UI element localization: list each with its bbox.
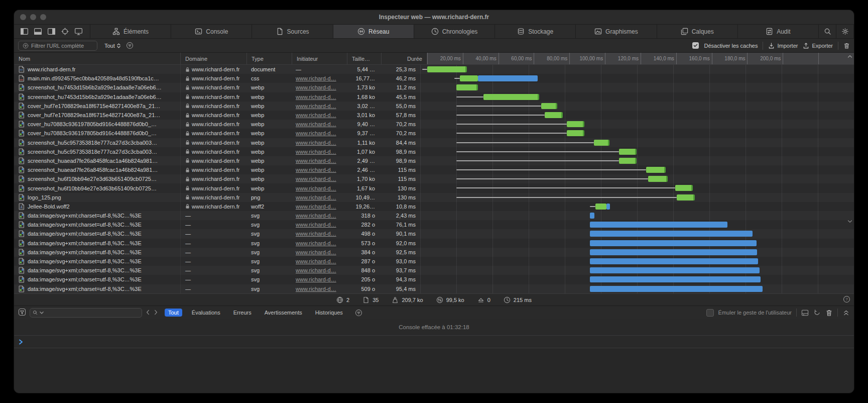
initiator-link[interactable]: www.richard-d…	[296, 258, 336, 264]
refresh-icon[interactable]	[813, 309, 821, 317]
initiator-link[interactable]: www.richard-d…	[296, 240, 336, 246]
clear-network-button[interactable]	[843, 42, 850, 49]
initiator-link[interactable]: www.richard-d…	[296, 140, 336, 146]
network-request-row[interactable]: Jellee-Bold.woff2www.richard-dern.frwoff…	[14, 202, 854, 211]
header-name[interactable]: Nom	[14, 53, 181, 64]
network-request-row[interactable]: data:image/svg+xml;charset=utf-8,%3C…%3E…	[14, 284, 854, 293]
network-request-row[interactable]: main.min.d9924575ec0bba420589a48d5190fbc…	[14, 74, 854, 83]
network-request-row[interactable]: data:image/svg+xml;charset=utf-8,%3C…%3E…	[14, 248, 854, 257]
close-button[interactable]	[20, 14, 26, 20]
initiator-link[interactable]: www.richard-d…	[296, 204, 336, 210]
zoom-button[interactable]	[40, 14, 46, 20]
element-picker-icon[interactable]	[61, 28, 69, 35]
url-filter-input[interactable]: Filtrer l'URL complète	[18, 41, 97, 51]
settings-button[interactable]	[836, 25, 854, 38]
header-initiator[interactable]: Initiateur	[292, 53, 347, 64]
network-request-row[interactable]: screenshot_hu6f10bb94e27e3d63b651409cb07…	[14, 183, 854, 192]
initiator-link[interactable]: www.richard-d…	[296, 158, 336, 164]
traffic-lights[interactable]	[20, 14, 46, 20]
console-scope-historiques[interactable]: Historiques	[312, 309, 346, 317]
import-button[interactable]: Importer	[768, 42, 798, 49]
initiator-link[interactable]: www.richard-d…	[296, 121, 336, 127]
console-search-input[interactable]	[30, 308, 142, 318]
tab-layers[interactable]: Calques	[657, 25, 738, 38]
initiator-link[interactable]: www.richard-d…	[296, 84, 336, 90]
network-request-row[interactable]: data:image/svg+xml;charset=utf-8,%3C…%3E…	[14, 220, 854, 229]
initiator-link[interactable]: www.richard-d…	[296, 112, 336, 118]
network-request-row[interactable]: data:image/svg+xml;charset=utf-8,%3C…%3E…	[14, 257, 854, 266]
scroll-up-arrow[interactable]	[847, 55, 852, 58]
network-request-row[interactable]: screenshot_hu5c957353818e777ca27d3c3cba0…	[14, 147, 854, 156]
previous-result-button[interactable]	[146, 310, 150, 316]
network-request-row[interactable]: data:image/svg+xml;charset=utf-8,%3C…%3E…	[14, 211, 854, 220]
clear-console-icon[interactable]	[825, 309, 833, 317]
tab-sources[interactable]: Sources	[252, 25, 333, 38]
dock-bottom-icon[interactable]	[34, 28, 42, 35]
network-request-row[interactable]: data:image/svg+xml;charset=utf-8,%3C…%3E…	[14, 229, 854, 238]
header-type[interactable]: Type	[247, 53, 292, 64]
initiator-link[interactable]: www.richard-d…	[296, 231, 336, 237]
dock-left-icon[interactable]	[20, 28, 29, 35]
header-duration[interactable]: Durée	[382, 53, 427, 64]
tab-storage[interactable]: Stockage	[495, 25, 576, 38]
initiator-link[interactable]: www.richard-d…	[296, 267, 336, 273]
initiator-link[interactable]: www.richard-d…	[296, 286, 336, 292]
network-request-row[interactable]: data:image/svg+xml;charset=utf-8,%3C…%3E…	[14, 239, 854, 248]
network-request-row[interactable]: cover_huf7e1708829ea18f6715e48271400e87a…	[14, 102, 854, 111]
console-scope-évaluations[interactable]: Évaluations	[188, 309, 224, 317]
tab-console[interactable]: Console	[171, 25, 252, 38]
dock-right-icon[interactable]	[47, 28, 56, 35]
initiator-link[interactable]: www.richard-d…	[296, 276, 336, 282]
tab-elements[interactable]: Éléments	[90, 25, 171, 38]
console-options-button[interactable]	[355, 309, 362, 317]
tab-timelines[interactable]: Chronologies	[414, 25, 495, 38]
minimize-button[interactable]	[30, 14, 36, 20]
filter-options-button[interactable]	[126, 42, 134, 49]
resource-type-select[interactable]: Tout	[104, 43, 121, 49]
initiator-link[interactable]: www.richard-d…	[296, 94, 336, 100]
network-request-row[interactable]: cover_huf7e1708829ea18f6715e48271400e87a…	[14, 111, 854, 120]
console-scope-avertissements[interactable]: Avertissements	[261, 309, 306, 317]
console-filter-button[interactable]	[18, 308, 26, 317]
network-request-row[interactable]: screenshot_hu5c957353818e777ca27d3c3cba0…	[14, 138, 854, 147]
initiator-link[interactable]: www.richard-d…	[296, 194, 336, 200]
network-request-row[interactable]: screenshot_hu7453d15b6b2a929e1adaa8e7a06…	[14, 83, 854, 92]
network-request-row[interactable]: data:image/svg+xml;charset=utf-8,%3C…%3E…	[14, 266, 854, 275]
network-request-row[interactable]: logo_125.pngwww.richard-dern.frpngwww.ri…	[14, 193, 854, 202]
initiator-link[interactable]: www.richard-d…	[296, 222, 336, 228]
network-request-row[interactable]: cover_hu70883c936197805bd916c4488876d0b0…	[14, 129, 854, 138]
console-scope-erreurs[interactable]: Erreurs	[230, 309, 255, 317]
console-scope-tout[interactable]: Tout	[165, 309, 182, 317]
initiator-link[interactable]: www.richard-d…	[296, 75, 336, 81]
next-result-button[interactable]	[154, 310, 158, 316]
network-request-row[interactable]: screenshot_hu6f10bb94e27e3d63b651409cb07…	[14, 174, 854, 183]
network-request-row[interactable]: data:image/svg+xml;charset=utf-8,%3C…%3E…	[14, 275, 854, 284]
tab-audit[interactable]: Audit	[738, 25, 819, 38]
emulate-user-gesture-checkbox[interactable]	[706, 309, 714, 317]
export-button[interactable]: Exporter	[803, 42, 833, 49]
network-request-row[interactable]: www.richard-dern.frwww.richard-dern.frdo…	[14, 65, 854, 74]
network-request-row[interactable]: screenshot_huaead7fe26a8458fcac1a46b824a…	[14, 165, 854, 174]
initiator-link[interactable]: www.richard-d…	[296, 213, 336, 219]
initiator-link[interactable]: www.richard-d…	[296, 149, 336, 155]
header-domain[interactable]: Domaine	[181, 53, 247, 64]
collapse-console-icon[interactable]	[842, 309, 850, 317]
device-icon[interactable]	[74, 28, 83, 35]
disable-caches-checkbox[interactable]	[692, 42, 699, 49]
header-size[interactable]: Taille…	[347, 53, 382, 64]
console-prompt[interactable]	[14, 335, 854, 348]
initiator-link[interactable]: www.richard-d…	[296, 167, 336, 173]
console-drawer-icon[interactable]	[801, 309, 809, 317]
scroll-down-arrow[interactable]	[847, 220, 852, 223]
network-request-row[interactable]: screenshot_hu7453d15b6b2a929e1adaa8e7a06…	[14, 92, 854, 102]
initiator-link[interactable]: www.richard-d…	[296, 103, 336, 109]
tab-network[interactable]: Réseau	[333, 25, 414, 38]
search-button[interactable]	[819, 25, 836, 38]
network-request-row[interactable]: screenshot_huaead7fe26a8458fcac1a46b824a…	[14, 156, 854, 165]
initiator-link[interactable]: www.richard-d…	[296, 249, 336, 255]
network-request-row[interactable]: cover_hu70883c936197805bd916c4488876d0b0…	[14, 120, 854, 129]
tab-graphics[interactable]: Graphismes	[576, 25, 657, 38]
help-button[interactable]	[843, 295, 850, 304]
initiator-link[interactable]: www.richard-d…	[296, 176, 336, 182]
initiator-link[interactable]: www.richard-d…	[296, 130, 336, 136]
